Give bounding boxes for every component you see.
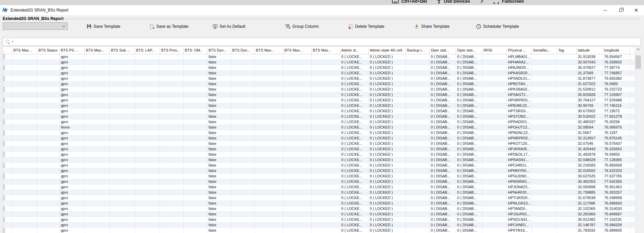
cell-bts-prov[interactable] xyxy=(160,200,183,206)
cell-serial[interactable] xyxy=(532,124,557,130)
cell-admin-state[interactable]: 0 ( LOCKE... xyxy=(340,168,368,173)
cell-bts-ps[interactable]: gprs xyxy=(59,200,84,206)
cell-bts-status[interactable] xyxy=(37,54,59,59)
cell-admin-state-4g[interactable]: 0 ( LOCKED ) xyxy=(368,141,406,146)
cell-bts-max5[interactable] xyxy=(311,152,340,157)
cell-bts-sub[interactable] xyxy=(109,222,134,228)
cell-bts-dyn[interactable]: false xyxy=(207,184,231,190)
cell-bts-lap[interactable] xyxy=(134,103,160,108)
cell-bts-ps[interactable]: gprs xyxy=(59,141,84,146)
cell-admin-state[interactable]: 0 ( LOCKE... xyxy=(340,114,368,119)
cell-longitude[interactable]: 77.745115 xyxy=(603,103,630,108)
cell-tag[interactable] xyxy=(557,179,576,184)
cell-admin-state-4g[interactable]: 0 ( LOCKED ) xyxy=(368,200,406,206)
column-header-bts-dyn2[interactable]: BTS Dyn... xyxy=(231,47,254,54)
cell-serial[interactable] xyxy=(532,190,557,195)
cell-oper-state2[interactable]: 0 ( DISAB... xyxy=(456,65,482,70)
table-row[interactable]: gprsfalse0 ( LOCKE...0 ( LOCKED )0 ( DIS… xyxy=(3,162,635,168)
cell-oper-state2[interactable]: 0 ( DISAB... xyxy=(456,59,482,65)
cell-oper-state[interactable]: 0 ( DISAB... xyxy=(429,86,456,92)
cell-oper-state[interactable]: 0 ( DISAB... xyxy=(429,141,456,146)
cell-bts-max2[interactable] xyxy=(84,217,109,222)
cell-oper-state2[interactable]: 0 ( DISAB... xyxy=(456,222,482,228)
column-header-bts-max[interactable]: BTS Max... xyxy=(12,47,37,54)
cell-bts-dyn[interactable]: false xyxy=(207,81,231,86)
cell-bts-lap[interactable] xyxy=(134,195,160,200)
cell-bts-ps[interactable]: gprs xyxy=(59,228,84,233)
cell-bts-max3[interactable] xyxy=(254,124,283,130)
cell-dot[interactable] xyxy=(3,173,12,179)
cell-bts-ps[interactable]: gprs xyxy=(59,168,84,173)
cell-serial[interactable] xyxy=(532,76,557,81)
cell-dot[interactable] xyxy=(3,81,12,86)
expand-toolbar-button[interactable] xyxy=(480,0,483,3)
cell-admin-state-4g[interactable]: 0 ( LOCKED ) xyxy=(368,124,406,130)
cell-longitude[interactable]: 76.522203 xyxy=(603,168,630,173)
scroll-up-button[interactable] xyxy=(635,46,641,52)
cell-bts-sub[interactable] xyxy=(109,70,134,76)
cell-bts-max5[interactable] xyxy=(311,190,340,195)
cell-bts-om[interactable] xyxy=(183,162,207,168)
cell-bts-max4[interactable] xyxy=(283,228,311,233)
cell-admin-state-4g[interactable]: 0 ( LOCKED ) xyxy=(368,86,406,92)
cell-physical[interactable]: HPMNYR0... xyxy=(506,168,532,173)
cell-rfid[interactable] xyxy=(482,157,506,162)
cell-admin-state[interactable]: 0 ( LOCKE... xyxy=(340,195,368,200)
cell-bts-max[interactable] xyxy=(12,184,37,190)
cell-bts-dyn[interactable]: false xyxy=(207,124,231,130)
cell-admin-state[interactable]: 0 ( LOCKE... xyxy=(340,141,368,146)
cell-bts-sub[interactable] xyxy=(109,146,134,152)
cell-bts-sub[interactable] xyxy=(109,86,134,92)
cell-bts-max2[interactable] xyxy=(84,211,109,217)
cell-tag[interactable] xyxy=(557,211,576,217)
cell-rfid[interactable] xyxy=(482,59,506,65)
table-row[interactable]: gprsfalse0 ( LOCKE...0 ( LOCKED )0 ( DIS… xyxy=(3,141,635,146)
cell-bts-max[interactable] xyxy=(12,217,37,222)
cell-tag[interactable] xyxy=(557,76,576,81)
cell-backup[interactable] xyxy=(406,59,429,65)
cell-bts-ps[interactable]: gprs xyxy=(59,206,84,211)
cell-bts-prov[interactable] xyxy=(160,130,183,135)
cell-bts-status[interactable] xyxy=(37,76,59,81)
cell-serial[interactable] xyxy=(532,92,557,97)
cell-tag[interactable] xyxy=(557,200,576,206)
cell-rfid[interactable] xyxy=(482,173,506,179)
cell-bts-lap[interactable] xyxy=(134,97,160,103)
cell-physical[interactable]: HPBOTA0... xyxy=(506,81,532,86)
cell-bts-dyn[interactable]: false xyxy=(207,97,231,103)
cell-tag[interactable] xyxy=(557,124,576,130)
cell-serial[interactable] xyxy=(532,54,557,59)
cell-bts-sub[interactable] xyxy=(109,135,134,141)
cell-admin-state-4g[interactable]: 0 ( LOCKED ) xyxy=(368,76,406,81)
cell-bts-lap[interactable] xyxy=(134,124,160,130)
search-box[interactable] xyxy=(3,38,641,46)
cell-bts-sub[interactable] xyxy=(109,168,134,173)
cell-dot[interactable] xyxy=(3,76,12,81)
table-row[interactable]: Nonefalse0 ( LOCKE...0 ( LOCKED )0 ( DIS… xyxy=(3,124,635,130)
cell-bts-dyn[interactable]: false xyxy=(207,119,231,124)
cell-latitude[interactable]: 30.470527 xyxy=(576,65,603,70)
cell-rfid[interactable] xyxy=(482,222,506,228)
cell-physical[interactable]: HPRADIO1... xyxy=(506,119,532,124)
cell-latitude[interactable]: 30.518422 xyxy=(576,114,603,119)
cell-bts-dyn[interactable]: false xyxy=(207,173,231,179)
cell-bts-max[interactable] xyxy=(12,114,37,119)
cell-bts-sub[interactable] xyxy=(109,76,134,81)
cell-physical[interactable]: HPKOT120... xyxy=(506,141,532,146)
cell-physical[interactable]: HPJSUR01... xyxy=(506,211,532,217)
cell-bts-lap[interactable] xyxy=(134,76,160,81)
cell-bts-dyn2[interactable] xyxy=(231,168,254,173)
cell-bts-dyn[interactable]: false xyxy=(207,217,231,222)
cell-oper-state2[interactable]: 0 ( DISAB... xyxy=(456,152,482,157)
cell-bts-max4[interactable] xyxy=(283,108,311,114)
cell-bts-max4[interactable] xyxy=(283,103,311,108)
cell-bts-ps[interactable]: gprs xyxy=(59,146,84,152)
cell-tag[interactable] xyxy=(557,228,576,233)
cell-bts-max5[interactable] xyxy=(311,65,340,70)
cell-bts-max2[interactable] xyxy=(84,59,109,65)
cell-bts-max5[interactable] xyxy=(311,54,340,59)
cell-bts-max[interactable] xyxy=(12,65,37,70)
cell-bts-dyn[interactable]: false xyxy=(207,86,231,92)
cell-bts-max2[interactable] xyxy=(84,228,109,233)
cell-bts-sub[interactable] xyxy=(109,152,134,157)
